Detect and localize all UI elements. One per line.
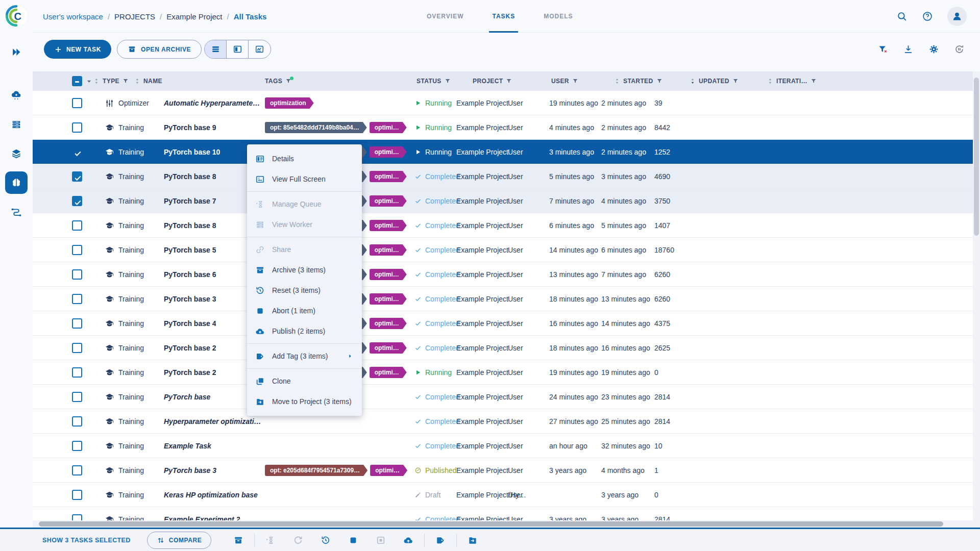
tab-overview[interactable]: OVERVIEW bbox=[424, 0, 467, 33]
footer-action-archive[interactable] bbox=[225, 535, 252, 545]
table-row[interactable]: TrainingExample Experiment 2CompletedExa… bbox=[33, 507, 980, 520]
menu-item-move-to-project-3-items[interactable]: Move to Project (3 items) bbox=[247, 391, 362, 412]
cell-task-name[interactable]: Automatic Hyperparamete… bbox=[164, 91, 260, 115]
table-row[interactable]: TrainingPyTorch base 3opt: e205d684f7954… bbox=[33, 458, 980, 483]
filter-icon[interactable] bbox=[444, 78, 451, 85]
table-row[interactable]: TrainingPyTorch base 4opt: 85e5482ddd714… bbox=[33, 311, 980, 336]
breadcrumb-item[interactable]: User's workspace bbox=[43, 12, 103, 21]
filter-icon[interactable] bbox=[122, 78, 129, 85]
app-logo[interactable]: C bbox=[5, 4, 28, 28]
cell-task-name[interactable]: PyTorch base 9 bbox=[164, 115, 216, 140]
help-icon[interactable] bbox=[922, 11, 933, 22]
row-checkbox[interactable] bbox=[72, 343, 82, 353]
column-label-name[interactable]: NAME bbox=[143, 78, 162, 85]
row-checkbox[interactable] bbox=[72, 122, 82, 133]
footer-action-move-to-project[interactable] bbox=[459, 535, 486, 545]
table-row[interactable]: TrainingPyTorch base 6opt: 85e5482ddd714… bbox=[33, 262, 980, 287]
menu-item-view-full-screen[interactable]: View Full Screen bbox=[247, 169, 362, 189]
row-checkbox[interactable] bbox=[72, 416, 82, 427]
menu-item-add-tag-3-items[interactable]: Add Tag (3 items) bbox=[247, 346, 362, 366]
cell-task-name[interactable]: Hyperparameter optimizati… bbox=[164, 409, 261, 434]
compare-button[interactable]: COMPARE bbox=[147, 532, 212, 549]
open-archive-button[interactable]: OPEN ARCHIVE bbox=[117, 40, 202, 59]
sidebar-item-projects[interactable] bbox=[5, 171, 28, 194]
auto-refresh-icon[interactable] bbox=[954, 44, 965, 55]
table-row[interactable]: TrainingExample TaskCompletedExample Pro… bbox=[33, 434, 980, 458]
sidebar-item-workers[interactable] bbox=[5, 113, 28, 136]
vertical-scrollbar-thumb[interactable] bbox=[974, 78, 979, 236]
row-checkbox[interactable] bbox=[72, 196, 82, 206]
sidebar-item-deploy[interactable] bbox=[5, 84, 28, 107]
sidebar-item-pipelines[interactable] bbox=[5, 201, 28, 223]
column-label-type[interactable]: TYPE bbox=[103, 78, 119, 85]
table-row[interactable]: TrainingPyTorch base 9opt: 85e5482ddd714… bbox=[33, 115, 980, 140]
cell-task-name[interactable]: PyTorch base 2 bbox=[164, 336, 216, 360]
clear-filters-icon[interactable] bbox=[877, 44, 888, 55]
menu-item-archive-3-items[interactable]: Archive (3 items) bbox=[247, 260, 362, 280]
row-checkbox[interactable] bbox=[72, 269, 82, 280]
cell-task-name[interactable]: PyTorch base 6 bbox=[164, 262, 216, 287]
cell-task-name[interactable]: PyTorch base 5 bbox=[164, 238, 216, 262]
column-label-iter[interactable]: ITERATI… bbox=[776, 78, 807, 85]
row-checkbox[interactable] bbox=[72, 367, 82, 378]
table-row[interactable]: TrainingHyperparameter optimizati…Comple… bbox=[33, 409, 980, 434]
table-row[interactable]: TrainingPyTorch base 8opt: 85e5482ddd714… bbox=[33, 213, 980, 238]
filter-icon[interactable] bbox=[572, 78, 579, 85]
row-checkbox[interactable] bbox=[72, 147, 82, 157]
row-checkbox[interactable] bbox=[72, 318, 82, 329]
select-all-checkbox[interactable] bbox=[72, 76, 82, 86]
sort-icon[interactable] bbox=[767, 78, 774, 85]
row-checkbox[interactable] bbox=[72, 245, 82, 255]
sort-icon[interactable] bbox=[93, 78, 100, 85]
filter-icon[interactable] bbox=[505, 78, 512, 85]
menu-item-abort-1-item[interactable]: Abort (1 item) bbox=[247, 300, 362, 321]
download-icon[interactable] bbox=[903, 44, 914, 55]
horizontal-scrollbar[interactable] bbox=[33, 520, 980, 528]
tab-models[interactable]: MODELS bbox=[541, 0, 576, 33]
cell-task-name[interactable]: Keras HP optimization base bbox=[164, 483, 258, 507]
column-label-updated[interactable]: UPDATED bbox=[699, 78, 729, 85]
footer-action-add-tag[interactable] bbox=[427, 535, 454, 545]
sidebar-item-expand[interactable] bbox=[5, 41, 28, 63]
tab-tasks[interactable]: TASKS bbox=[489, 0, 518, 33]
table-row[interactable]: TrainingPyTorch base 7opt: 85e5482ddd714… bbox=[33, 189, 980, 213]
cell-task-name[interactable]: PyTorch base 4 bbox=[164, 311, 216, 336]
row-checkbox[interactable] bbox=[72, 220, 82, 231]
table-row[interactable]: TrainingPyTorch base 10opt: 85e5482ddd71… bbox=[33, 140, 980, 164]
filter-icon[interactable] bbox=[656, 78, 663, 85]
cell-task-name[interactable]: Example Task bbox=[164, 434, 211, 458]
row-checkbox[interactable] bbox=[72, 98, 82, 108]
selection-menu-caret-icon[interactable] bbox=[85, 77, 93, 86]
row-checkbox[interactable] bbox=[72, 392, 82, 402]
table-row[interactable]: TrainingPyTorch baseoptimizationComplete… bbox=[33, 385, 980, 409]
table-row[interactable]: TrainingKeras HP optimization baseDraftE… bbox=[33, 483, 980, 507]
footer-action-reset[interactable] bbox=[312, 535, 339, 545]
filter-icon[interactable] bbox=[285, 78, 292, 85]
table-row[interactable]: OptimizerAutomatic Hyperparamete…optimiz… bbox=[33, 91, 980, 115]
row-checkbox[interactable] bbox=[72, 514, 82, 520]
table-row[interactable]: TrainingPyTorch base 5opt: 85e5482ddd714… bbox=[33, 238, 980, 262]
row-checkbox[interactable] bbox=[72, 490, 82, 500]
cell-task-name[interactable]: PyTorch base 10 bbox=[164, 140, 220, 164]
menu-item-details[interactable]: Details bbox=[247, 148, 362, 169]
split-view-button[interactable] bbox=[227, 40, 249, 58]
column-label-started[interactable]: STARTED bbox=[623, 78, 653, 85]
settings-icon[interactable] bbox=[928, 44, 939, 55]
row-checkbox[interactable] bbox=[72, 441, 82, 451]
vertical-scrollbar[interactable] bbox=[973, 71, 980, 520]
search-icon[interactable] bbox=[896, 11, 908, 22]
sort-icon[interactable] bbox=[689, 78, 696, 85]
menu-item-publish-2-items[interactable]: Publish (2 items) bbox=[247, 321, 362, 341]
table-row[interactable]: TrainingPyTorch base 2opt: 85e5482ddd714… bbox=[33, 360, 980, 385]
filter-icon[interactable] bbox=[810, 78, 817, 85]
footer-action-abort[interactable] bbox=[339, 535, 367, 545]
avatar[interactable] bbox=[947, 7, 967, 26]
cell-task-name[interactable]: PyTorch base 8 bbox=[164, 213, 216, 238]
new-task-button[interactable]: NEW TASK bbox=[44, 40, 111, 59]
menu-item-clone[interactable]: Clone bbox=[247, 371, 362, 391]
table-view-button[interactable] bbox=[205, 40, 227, 58]
row-checkbox[interactable] bbox=[72, 465, 82, 475]
table-row[interactable]: TrainingPyTorch base 8opt: 85e5482ddd714… bbox=[33, 164, 980, 189]
row-checkbox[interactable] bbox=[72, 294, 82, 304]
cell-task-name[interactable]: PyTorch base 3 bbox=[164, 287, 216, 311]
